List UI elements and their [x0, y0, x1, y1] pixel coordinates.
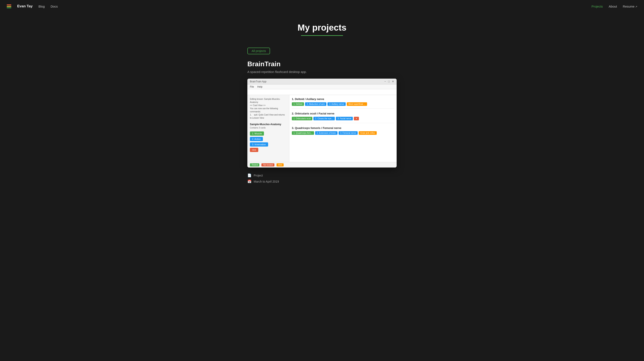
- nav-link-blog[interactable]: Blog: [38, 4, 45, 8]
- hero-section: My projects: [0, 12, 644, 42]
- lesson-subtitle: Contains 3 cards: [250, 126, 286, 129]
- app-statusbar: Tested Not tested Hint: [247, 162, 397, 168]
- meta-type: Project: [254, 174, 263, 177]
- app-right-panel: 1. Deltoid / Axillary nerve 1. Deltoid 2…: [289, 95, 397, 162]
- app-screenshot: BrainTrain App − □ ✕ File Help Editing l…: [247, 78, 397, 168]
- status-hint: Hint: [276, 163, 284, 166]
- project-title: BrainTrain: [247, 60, 397, 68]
- nav-left: Evan Tay Blog Docs: [7, 4, 58, 8]
- status-tested: Tested: [250, 163, 259, 166]
- maximize-button[interactable]: □: [388, 80, 390, 83]
- card-tag[interactable]: 1. Orbicularis oculi: [292, 117, 312, 120]
- close-button[interactable]: ✕: [392, 80, 394, 83]
- app-body: Editing lesson: Sample-Muscles-Anatomy <…: [247, 95, 397, 162]
- calendar-icon: 📅: [247, 180, 252, 184]
- card-title: 2. Orbicularis oculi / Facial nerve: [292, 112, 394, 115]
- search-input[interactable]: [250, 90, 394, 94]
- logo-icon: [7, 4, 11, 8]
- document-icon: 📄: [247, 173, 252, 177]
- tag-muscle[interactable]: 1. Muscle: [250, 132, 264, 136]
- navbar: Evan Tay Blog Docs Projects About Resume: [0, 0, 644, 12]
- nav-right: Projects About Resume: [592, 4, 637, 8]
- menu-file[interactable]: File: [250, 85, 254, 88]
- card-tag[interactable]: 2. Abduction of arm: [305, 102, 326, 106]
- lesson-title: Sample-Muscles-Anatomy: [250, 123, 286, 126]
- tag-innervation[interactable]: 3. Innervation: [250, 142, 268, 146]
- window-search-bar: [247, 89, 397, 95]
- card-tag[interactable]: 1. Quadriceps fem...: [292, 131, 314, 135]
- card-tags: 1. Orbicularis oculi 2. Closes the eye..…: [292, 117, 394, 120]
- menu-help[interactable]: Help: [257, 85, 262, 88]
- card-tag[interactable]: ✕: [354, 117, 359, 120]
- nav-brand[interactable]: Evan Tay: [17, 4, 32, 8]
- card-tags: 1. Deltoid 2. Abduction of arm 3. Axilla…: [292, 102, 394, 106]
- all-projects-button[interactable]: All projects: [247, 48, 270, 54]
- hero-underline: [301, 35, 343, 36]
- window-title: BrainTrain App: [250, 80, 266, 83]
- nav-link-docs[interactable]: Docs: [50, 4, 58, 8]
- editor-text: Editing lesson: Sample-Muscles-Anatomy <…: [250, 98, 286, 120]
- card-tag[interactable]: 3. Axillary nerve: [328, 102, 346, 106]
- card-tag[interactable]: 3. Femoral nerve: [338, 131, 358, 135]
- card-title: 3. Quadriceps femoris / Femoral nerve: [292, 126, 394, 130]
- card-tag[interactable]: Most superficial ...: [347, 102, 367, 106]
- card-item: 2. Orbicularis oculi / Facial nerve 1. O…: [292, 112, 394, 123]
- card-tag[interactable]: Knee jerk reflex: [359, 131, 376, 135]
- meta-type-row: 📄 Project: [247, 173, 397, 177]
- meta-date-row: 📅 March to April 2019: [247, 180, 397, 184]
- project-description: A spaced-repetition flashcard desktop ap…: [247, 70, 397, 74]
- card-tags: 1. Quadriceps fem... 2. Extension of kne…: [292, 131, 394, 135]
- hero-title: My projects: [0, 23, 644, 33]
- card-tag[interactable]: 2. Extension of knee: [315, 131, 338, 135]
- main-content: All projects BrainTrain A spaced-repetit…: [242, 42, 402, 198]
- window-titlebar: BrainTrain App − □ ✕: [247, 78, 397, 84]
- nav-link-resume[interactable]: Resume: [623, 4, 637, 8]
- card-tag[interactable]: 2. Closes the eye...: [314, 117, 335, 120]
- card-tag[interactable]: 3. Facial nerve: [336, 117, 353, 120]
- card-item: 1. Deltoid / Axillary nerve 1. Deltoid 2…: [292, 98, 394, 108]
- card-title: 1. Deltoid / Axillary nerve: [292, 98, 394, 101]
- tag-action[interactable]: 2. Action: [250, 137, 263, 141]
- minimize-button[interactable]: −: [384, 80, 386, 83]
- card-tag[interactable]: 1. Deltoid: [292, 102, 304, 106]
- status-not-tested: Not tested: [262, 163, 274, 166]
- window-controls: − □ ✕: [384, 80, 394, 83]
- app-left-panel: Editing lesson: Sample-Muscles-Anatomy <…: [247, 95, 289, 162]
- window-menu: File Help: [247, 84, 397, 89]
- card-item: 3. Quadriceps femoris / Femoral nerve 1.…: [292, 126, 394, 137]
- meta-date: March to April 2019: [254, 180, 279, 183]
- tag-hint[interactable]: Hint: [250, 148, 258, 152]
- nav-link-projects[interactable]: Projects: [592, 4, 603, 8]
- nav-link-about[interactable]: About: [609, 4, 617, 8]
